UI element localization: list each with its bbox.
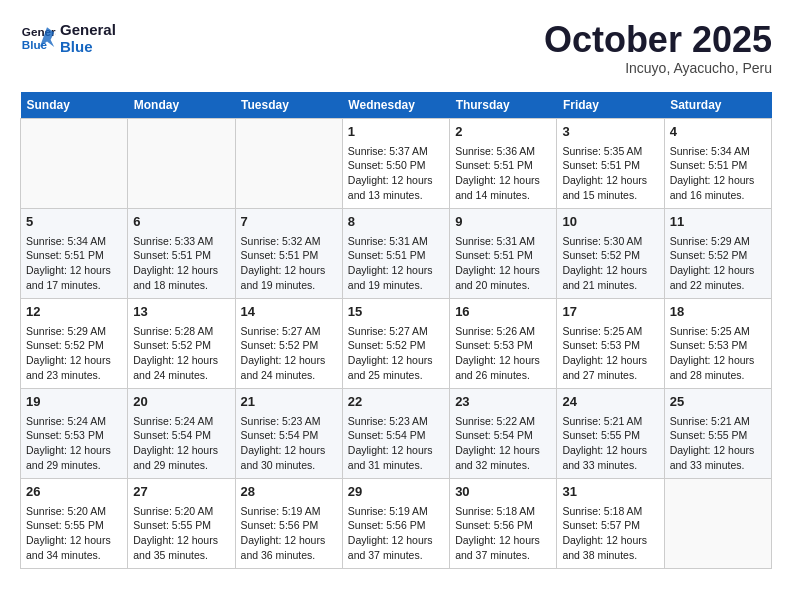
logo-general: General [60, 21, 116, 38]
day-number: 12 [26, 303, 122, 321]
day-number: 26 [26, 483, 122, 501]
day-info: Sunrise: 5:21 AM Sunset: 5:55 PM Dayligh… [562, 414, 658, 473]
month-title: October 2025 [544, 20, 772, 60]
day-info: Sunrise: 5:34 AM Sunset: 5:51 PM Dayligh… [670, 144, 766, 203]
day-number: 24 [562, 393, 658, 411]
day-info: Sunrise: 5:32 AM Sunset: 5:51 PM Dayligh… [241, 234, 337, 293]
calendar-cell [128, 118, 235, 208]
page-header: General Blue General Blue October 2025 I… [20, 20, 772, 76]
day-number: 2 [455, 123, 551, 141]
calendar-cell: 19Sunrise: 5:24 AM Sunset: 5:53 PM Dayli… [21, 388, 128, 478]
calendar-cell [664, 478, 771, 568]
weekday-header-wednesday: Wednesday [342, 92, 449, 119]
day-number: 13 [133, 303, 229, 321]
calendar-cell: 31Sunrise: 5:18 AM Sunset: 5:57 PM Dayli… [557, 478, 664, 568]
day-info: Sunrise: 5:25 AM Sunset: 5:53 PM Dayligh… [562, 324, 658, 383]
weekday-header-thursday: Thursday [450, 92, 557, 119]
calendar-cell: 12Sunrise: 5:29 AM Sunset: 5:52 PM Dayli… [21, 298, 128, 388]
calendar-cell: 13Sunrise: 5:28 AM Sunset: 5:52 PM Dayli… [128, 298, 235, 388]
day-info: Sunrise: 5:30 AM Sunset: 5:52 PM Dayligh… [562, 234, 658, 293]
calendar-cell: 17Sunrise: 5:25 AM Sunset: 5:53 PM Dayli… [557, 298, 664, 388]
day-number: 25 [670, 393, 766, 411]
calendar-cell: 26Sunrise: 5:20 AM Sunset: 5:55 PM Dayli… [21, 478, 128, 568]
calendar-cell: 27Sunrise: 5:20 AM Sunset: 5:55 PM Dayli… [128, 478, 235, 568]
calendar-cell: 9Sunrise: 5:31 AM Sunset: 5:51 PM Daylig… [450, 208, 557, 298]
calendar-cell: 18Sunrise: 5:25 AM Sunset: 5:53 PM Dayli… [664, 298, 771, 388]
day-info: Sunrise: 5:18 AM Sunset: 5:57 PM Dayligh… [562, 504, 658, 563]
day-number: 14 [241, 303, 337, 321]
day-info: Sunrise: 5:27 AM Sunset: 5:52 PM Dayligh… [348, 324, 444, 383]
day-number: 6 [133, 213, 229, 231]
calendar-cell: 30Sunrise: 5:18 AM Sunset: 5:56 PM Dayli… [450, 478, 557, 568]
calendar-cell: 28Sunrise: 5:19 AM Sunset: 5:56 PM Dayli… [235, 478, 342, 568]
logo-icon: General Blue [20, 20, 56, 56]
day-info: Sunrise: 5:31 AM Sunset: 5:51 PM Dayligh… [348, 234, 444, 293]
calendar-cell: 11Sunrise: 5:29 AM Sunset: 5:52 PM Dayli… [664, 208, 771, 298]
day-number: 18 [670, 303, 766, 321]
day-number: 23 [455, 393, 551, 411]
calendar-cell: 10Sunrise: 5:30 AM Sunset: 5:52 PM Dayli… [557, 208, 664, 298]
calendar-cell: 24Sunrise: 5:21 AM Sunset: 5:55 PM Dayli… [557, 388, 664, 478]
calendar-cell: 29Sunrise: 5:19 AM Sunset: 5:56 PM Dayli… [342, 478, 449, 568]
day-info: Sunrise: 5:19 AM Sunset: 5:56 PM Dayligh… [241, 504, 337, 563]
calendar-cell: 20Sunrise: 5:24 AM Sunset: 5:54 PM Dayli… [128, 388, 235, 478]
day-info: Sunrise: 5:29 AM Sunset: 5:52 PM Dayligh… [26, 324, 122, 383]
day-number: 10 [562, 213, 658, 231]
day-number: 16 [455, 303, 551, 321]
day-number: 17 [562, 303, 658, 321]
day-number: 11 [670, 213, 766, 231]
day-info: Sunrise: 5:26 AM Sunset: 5:53 PM Dayligh… [455, 324, 551, 383]
title-block: October 2025 Incuyo, Ayacucho, Peru [544, 20, 772, 76]
calendar-cell [235, 118, 342, 208]
day-number: 15 [348, 303, 444, 321]
day-info: Sunrise: 5:23 AM Sunset: 5:54 PM Dayligh… [241, 414, 337, 473]
day-number: 9 [455, 213, 551, 231]
calendar-cell: 15Sunrise: 5:27 AM Sunset: 5:52 PM Dayli… [342, 298, 449, 388]
logo: General Blue General Blue [20, 20, 116, 56]
calendar-cell: 23Sunrise: 5:22 AM Sunset: 5:54 PM Dayli… [450, 388, 557, 478]
calendar-cell: 1Sunrise: 5:37 AM Sunset: 5:50 PM Daylig… [342, 118, 449, 208]
week-row-5: 26Sunrise: 5:20 AM Sunset: 5:55 PM Dayli… [21, 478, 772, 568]
day-info: Sunrise: 5:27 AM Sunset: 5:52 PM Dayligh… [241, 324, 337, 383]
calendar-cell: 5Sunrise: 5:34 AM Sunset: 5:51 PM Daylig… [21, 208, 128, 298]
day-info: Sunrise: 5:22 AM Sunset: 5:54 PM Dayligh… [455, 414, 551, 473]
day-number: 21 [241, 393, 337, 411]
day-info: Sunrise: 5:33 AM Sunset: 5:51 PM Dayligh… [133, 234, 229, 293]
day-info: Sunrise: 5:36 AM Sunset: 5:51 PM Dayligh… [455, 144, 551, 203]
calendar-cell: 4Sunrise: 5:34 AM Sunset: 5:51 PM Daylig… [664, 118, 771, 208]
weekday-header-saturday: Saturday [664, 92, 771, 119]
weekday-header-tuesday: Tuesday [235, 92, 342, 119]
day-info: Sunrise: 5:34 AM Sunset: 5:51 PM Dayligh… [26, 234, 122, 293]
weekday-header-sunday: Sunday [21, 92, 128, 119]
calendar-cell: 3Sunrise: 5:35 AM Sunset: 5:51 PM Daylig… [557, 118, 664, 208]
week-row-1: 1Sunrise: 5:37 AM Sunset: 5:50 PM Daylig… [21, 118, 772, 208]
location: Incuyo, Ayacucho, Peru [544, 60, 772, 76]
calendar-cell: 7Sunrise: 5:32 AM Sunset: 5:51 PM Daylig… [235, 208, 342, 298]
week-row-2: 5Sunrise: 5:34 AM Sunset: 5:51 PM Daylig… [21, 208, 772, 298]
day-number: 28 [241, 483, 337, 501]
day-number: 19 [26, 393, 122, 411]
day-number: 3 [562, 123, 658, 141]
day-number: 22 [348, 393, 444, 411]
day-info: Sunrise: 5:23 AM Sunset: 5:54 PM Dayligh… [348, 414, 444, 473]
day-number: 7 [241, 213, 337, 231]
day-number: 5 [26, 213, 122, 231]
day-info: Sunrise: 5:20 AM Sunset: 5:55 PM Dayligh… [133, 504, 229, 563]
day-number: 20 [133, 393, 229, 411]
calendar-cell: 25Sunrise: 5:21 AM Sunset: 5:55 PM Dayli… [664, 388, 771, 478]
calendar-cell: 6Sunrise: 5:33 AM Sunset: 5:51 PM Daylig… [128, 208, 235, 298]
calendar-cell: 21Sunrise: 5:23 AM Sunset: 5:54 PM Dayli… [235, 388, 342, 478]
day-info: Sunrise: 5:24 AM Sunset: 5:54 PM Dayligh… [133, 414, 229, 473]
day-number: 4 [670, 123, 766, 141]
day-number: 8 [348, 213, 444, 231]
day-number: 1 [348, 123, 444, 141]
week-row-4: 19Sunrise: 5:24 AM Sunset: 5:53 PM Dayli… [21, 388, 772, 478]
day-number: 27 [133, 483, 229, 501]
day-number: 30 [455, 483, 551, 501]
weekday-header-row: SundayMondayTuesdayWednesdayThursdayFrid… [21, 92, 772, 119]
day-info: Sunrise: 5:24 AM Sunset: 5:53 PM Dayligh… [26, 414, 122, 473]
calendar-cell: 8Sunrise: 5:31 AM Sunset: 5:51 PM Daylig… [342, 208, 449, 298]
calendar-cell: 14Sunrise: 5:27 AM Sunset: 5:52 PM Dayli… [235, 298, 342, 388]
day-number: 31 [562, 483, 658, 501]
calendar-cell: 22Sunrise: 5:23 AM Sunset: 5:54 PM Dayli… [342, 388, 449, 478]
